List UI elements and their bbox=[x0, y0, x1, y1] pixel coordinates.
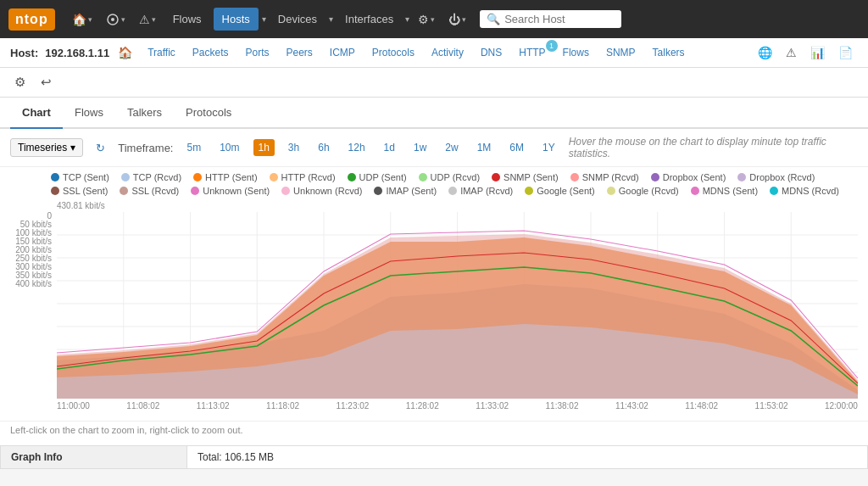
legend-item-dropbox--sent-: Dropbox (Sent) bbox=[651, 172, 726, 182]
x-axis-label: 11:23:02 bbox=[336, 401, 369, 411]
x-axis-label: 11:38:02 bbox=[546, 401, 579, 411]
host-file-icon-btn[interactable]: 📄 bbox=[833, 43, 858, 62]
search-input[interactable] bbox=[504, 13, 615, 25]
chart-svg-area[interactable] bbox=[57, 212, 858, 401]
nav-settings-btn[interactable]: ⚙ ▾ bbox=[413, 9, 440, 30]
legend-item-snmp--sent-: SNMP (Sent) bbox=[492, 172, 559, 182]
tf-6h[interactable]: 6h bbox=[313, 139, 334, 156]
tf-1M[interactable]: 1M bbox=[472, 139, 497, 156]
x-axis-label: 11:28:02 bbox=[406, 401, 439, 411]
nav-home-btn[interactable]: 🏠 ▾ bbox=[67, 9, 97, 30]
host-snmp-btn[interactable]: SNMP bbox=[599, 44, 643, 61]
timeseries-dropdown-btn[interactable]: Timeseries ▾ bbox=[10, 138, 83, 157]
legend-item-http--rcvd-: HTTP (Rcvd) bbox=[270, 172, 336, 182]
chart-wrap: 400 kbit/s350 kbit/s300 kbit/s250 kbit/s… bbox=[10, 212, 858, 401]
nav-hosts-btn[interactable]: Hosts bbox=[214, 8, 259, 31]
legend-item-mdns--rcvd-: MDNS (Rcvd) bbox=[770, 186, 839, 196]
legend-area: TCP (Sent)TCP (Rcvd)HTTP (Sent)HTTP (Rcv… bbox=[0, 167, 868, 198]
x-axis-label: 12:00:00 bbox=[825, 401, 858, 411]
tab-flows[interactable]: Flows bbox=[63, 98, 115, 129]
host-bar: Host: 192.168.1.11 🏠 Traffic Packets Por… bbox=[0, 38, 868, 68]
y-axis-label: 400 kbit/s bbox=[10, 280, 52, 288]
tab-talkers[interactable]: Talkers bbox=[115, 98, 174, 129]
legend-item-dropbox--rcvd-: Dropbox (Rcvd) bbox=[737, 172, 815, 182]
host-protocols-btn[interactable]: Protocols bbox=[365, 44, 421, 61]
tf-2w[interactable]: 2w bbox=[440, 139, 463, 156]
tf-5m[interactable]: 5m bbox=[181, 139, 206, 156]
chart-container[interactable]: 430.81 kbit/s 400 kbit/s350 kbit/s300 kb… bbox=[0, 198, 868, 421]
controls-row: Timeseries ▾ ↻ Timeframe: 5m 10m 1h 3h 6… bbox=[0, 129, 868, 167]
chart-svg bbox=[57, 212, 858, 399]
settings-action-btn[interactable]: ⚙ bbox=[10, 73, 30, 92]
nav-flows-btn[interactable]: Flows bbox=[164, 8, 210, 31]
legend-item-tcp--sent-: TCP (Sent) bbox=[51, 172, 109, 182]
x-axis-label: 11:53:02 bbox=[755, 401, 788, 411]
legend-item-google--sent-: Google (Sent) bbox=[525, 186, 594, 196]
http-badge: 1 bbox=[546, 40, 558, 52]
legend-item-http--sent-: HTTP (Sent) bbox=[193, 172, 258, 182]
tabs-bar: Chart Flows Talkers Protocols bbox=[0, 98, 868, 129]
x-axis-label: 11:43:02 bbox=[615, 401, 648, 411]
host-traffic-btn[interactable]: Traffic bbox=[141, 44, 182, 61]
legend-item-tcp--rcvd-: TCP (Rcvd) bbox=[121, 172, 181, 182]
host-ports-btn[interactable]: Ports bbox=[238, 44, 275, 61]
timeseries-caret: ▾ bbox=[70, 142, 75, 154]
tab-chart[interactable]: Chart bbox=[10, 98, 63, 129]
legend-item-unknown--rcvd-: Unknown (Rcvd) bbox=[281, 186, 362, 196]
host-peers-btn[interactable]: Peers bbox=[280, 44, 320, 61]
host-label: Host: bbox=[10, 47, 38, 59]
tf-1h[interactable]: 1h bbox=[253, 139, 275, 156]
host-talkers-btn[interactable]: Talkers bbox=[646, 44, 692, 61]
tf-1w[interactable]: 1w bbox=[409, 139, 431, 156]
tf-12h[interactable]: 12h bbox=[343, 139, 370, 156]
legend-item-ssl--rcvd-: SSL (Rcvd) bbox=[120, 186, 179, 196]
host-flows-btn[interactable]: Flows bbox=[556, 44, 596, 61]
tf-1d[interactable]: 1d bbox=[379, 139, 400, 156]
x-axis-label: 11:18:02 bbox=[266, 401, 299, 411]
refresh-btn[interactable]: ↻ bbox=[92, 140, 109, 156]
navbar: ntop 🏠 ▾ ▾ ⚠ ▾ Flows Hosts ▾ Devices ▾ I… bbox=[0, 0, 868, 38]
legend-item-ssl--sent-: SSL (Sent) bbox=[51, 186, 108, 196]
x-axis-label: 11:33:02 bbox=[476, 401, 509, 411]
y-axis: 400 kbit/s350 kbit/s300 kbit/s250 kbit/s… bbox=[10, 212, 57, 288]
host-dns-btn[interactable]: DNS bbox=[474, 44, 509, 61]
nav-devices-btn[interactable]: Devices bbox=[270, 8, 326, 31]
ntop-logo: ntop bbox=[8, 8, 55, 31]
nav-alert-btn[interactable]: ⚠ ▾ bbox=[134, 9, 161, 30]
legend-item-unknown--sent-: Unknown (Sent) bbox=[191, 186, 270, 196]
legend-item-google--rcvd-: Google (Rcvd) bbox=[607, 186, 679, 196]
nav-activity-btn[interactable]: ▾ bbox=[101, 9, 131, 30]
host-icmp-btn[interactable]: ICMP bbox=[323, 44, 362, 61]
y-axis-max: 430.81 kbit/s bbox=[10, 201, 858, 210]
x-axis-label: 11:48:02 bbox=[685, 401, 718, 411]
legend-item-udp--sent-: UDP (Sent) bbox=[348, 172, 407, 182]
host-globe-icon-btn[interactable]: 🌐 bbox=[753, 43, 777, 62]
host-chart-icon-btn[interactable]: 📊 bbox=[805, 43, 830, 62]
tf-6M[interactable]: 6M bbox=[504, 139, 529, 156]
http-rcvd-area bbox=[57, 234, 858, 399]
legend-item-imap--sent-: IMAP (Sent) bbox=[374, 186, 437, 196]
host-activity-btn[interactable]: Activity bbox=[425, 44, 470, 61]
host-home-icon-btn[interactable]: 🏠 bbox=[113, 43, 137, 62]
tf-1Y[interactable]: 1Y bbox=[537, 139, 560, 156]
nav-interfaces-btn[interactable]: Interfaces bbox=[337, 8, 402, 31]
x-axis-label: 11:00:00 bbox=[57, 401, 90, 411]
x-axis-label: 11:08:02 bbox=[126, 401, 159, 411]
legend-item-udp--rcvd-: UDP (Rcvd) bbox=[419, 172, 480, 182]
host-packets-btn[interactable]: Packets bbox=[186, 44, 236, 61]
x-axis-label: 11:13:02 bbox=[197, 401, 230, 411]
search-icon: 🔍 bbox=[487, 13, 500, 25]
host-ip: 192.168.1.11 bbox=[45, 47, 109, 59]
timeseries-label: Timeseries bbox=[18, 142, 67, 154]
tf-3h[interactable]: 3h bbox=[283, 139, 304, 156]
graph-footer: Graph Info Total: 106.15 MB bbox=[0, 445, 868, 469]
back-action-btn[interactable]: ↩ bbox=[36, 73, 56, 92]
http-badge-container: HTTP 1 bbox=[512, 44, 552, 61]
tab-protocols[interactable]: Protocols bbox=[174, 98, 243, 129]
nav-power-btn[interactable]: ⏻ ▾ bbox=[443, 9, 471, 30]
action-bar: ⚙ ↩ bbox=[0, 68, 868, 98]
zoom-hint: Left-click on the chart to zoom in, righ… bbox=[0, 421, 868, 439]
tf-10m[interactable]: 10m bbox=[214, 139, 244, 156]
graph-info-value: Total: 106.15 MB bbox=[187, 446, 284, 468]
host-alert-icon-btn[interactable]: ⚠ bbox=[781, 43, 802, 62]
